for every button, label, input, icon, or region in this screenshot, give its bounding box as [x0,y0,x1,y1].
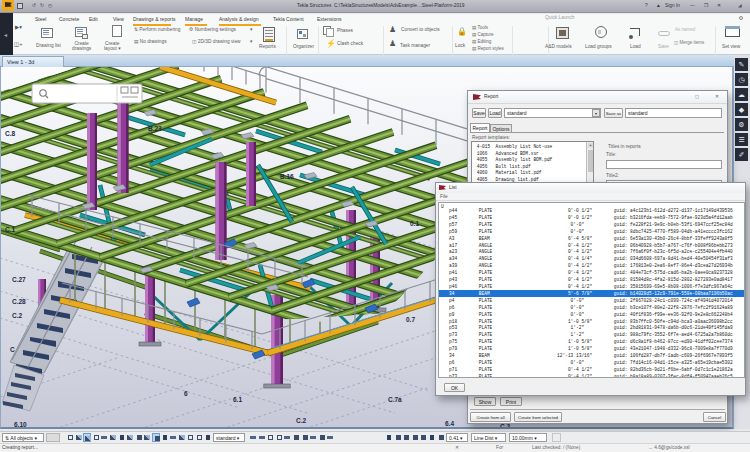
svg-text:C.27: C.27 [12,276,26,283]
svg-text:C.1: C.1 [5,226,16,233]
svg-text:C: C [10,346,15,353]
svg-text:B.16: B.16 [280,173,294,180]
svg-text:6.1: 6.1 [233,396,242,403]
svg-text:6.10: 6.10 [14,421,27,428]
svg-text:6: 6 [184,390,188,397]
svg-text:6.4: 6.4 [445,420,454,427]
svg-text:0.7: 0.7 [406,316,415,323]
svg-text:C.2: C.2 [296,417,307,424]
svg-text:C.8: C.8 [5,130,16,137]
svg-text:C.2: C.2 [12,312,23,319]
svg-text:0.1: 0.1 [410,220,419,227]
svg-text:C.7a: C.7a [388,396,402,403]
svg-text:B.23: B.23 [148,125,162,132]
svg-text:C.28: C.28 [12,298,26,305]
